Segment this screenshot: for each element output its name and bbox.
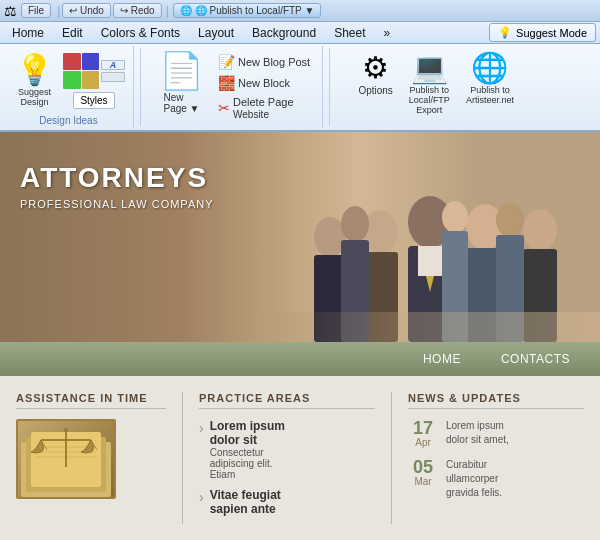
- app-icon: ⚖: [4, 3, 17, 19]
- news-day-1: 17: [408, 419, 438, 437]
- svg-point-27: [64, 428, 68, 432]
- news-col: NEWS & UPDATES 17 Apr Lorem ipsumdolor s…: [408, 392, 584, 524]
- nav-home[interactable]: HOME: [403, 344, 481, 374]
- publish-btn[interactable]: 🌐 🌐 Publish to Local/FTP ▼: [173, 3, 322, 18]
- options-label: Options: [358, 85, 392, 96]
- suggest-mode-label: Suggest Mode: [516, 27, 587, 39]
- menu-bar: Home Edit Colors & Fonts Layout Backgrou…: [0, 22, 600, 44]
- practice-item-2: › Vitae feugiatsapien ante: [199, 488, 375, 516]
- practice-item-2-title: Vitae feugiatsapien ante: [210, 488, 281, 516]
- publish-label: 🌐 Publish to Local/FTP ▼: [195, 5, 315, 16]
- menu-edit[interactable]: Edit: [54, 24, 91, 42]
- svg-rect-18: [260, 312, 600, 342]
- menu-home[interactable]: Home: [4, 24, 52, 42]
- practice-item-1-title: Lorem ipsumdolor sit: [210, 419, 285, 447]
- title-bar-sep: |: [57, 4, 60, 18]
- news-text-1: Lorem ipsumdolor sit amet,: [446, 419, 509, 448]
- publish-local-label: Publish toLocal/FTPExport: [409, 85, 450, 115]
- menu-layout[interactable]: Layout: [190, 24, 242, 42]
- options-icon: ⚙: [362, 50, 389, 85]
- suggest-mode-btn[interactable]: 💡 Suggest Mode: [489, 23, 596, 42]
- new-blog-post-label: New Blog Post: [238, 56, 310, 68]
- undo-btn[interactable]: ↩ Undo: [62, 3, 111, 18]
- site-header-text: ATTORNEYS PROFESSIONAL LAW COMPANY: [20, 162, 214, 210]
- publish-artisteer-label: Publish toArtisteer.net: [466, 85, 514, 105]
- practice-item-1: › Lorem ipsumdolor sit Consecteturadipis…: [199, 419, 375, 480]
- options-btn[interactable]: ⚙ Options: [354, 48, 396, 98]
- delete-page-label: Delete PageWebsite: [233, 96, 294, 120]
- site-title: ATTORNEYS: [20, 162, 214, 194]
- news-date-2: 05 Mar: [408, 458, 438, 500]
- new-block-btn[interactable]: 🧱 New Block: [214, 73, 314, 93]
- assistance-title: ASSISTANCE IN TIME: [16, 392, 166, 409]
- site-subtitle: PROFESSIONAL LAW COMPANY: [20, 198, 214, 210]
- svg-point-12: [341, 206, 369, 242]
- practice-item-1-body: Consecteturadipiscing elit.Etiam: [210, 447, 285, 480]
- news-month-1: Apr: [408, 437, 438, 448]
- blog-icon: 📝: [218, 54, 235, 70]
- practice-arrow-1: ›: [199, 420, 204, 436]
- assistance-image: [16, 419, 116, 499]
- title-bar: ⚖ File | ↩ Undo ↪ Redo | 🌐 🌐 Publish to …: [0, 0, 600, 22]
- website-preview: ATTORNEYS PROFESSIONAL LAW COMPANY: [0, 132, 600, 540]
- delete-icon: ✂: [218, 100, 230, 116]
- people-image: [260, 142, 600, 342]
- publish-icon: 🌐: [180, 5, 192, 16]
- practice-arrow-2: ›: [199, 489, 204, 505]
- divider-1: [182, 392, 183, 524]
- new-block-label: New Block: [238, 77, 290, 89]
- menu-more[interactable]: »: [376, 24, 399, 42]
- site-nav: HOME CONTACTS: [0, 342, 600, 376]
- svg-point-16: [442, 201, 468, 233]
- news-item-1: 17 Apr Lorem ipsumdolor sit amet,: [408, 419, 584, 448]
- divider-2: [391, 392, 392, 524]
- svg-rect-3: [418, 246, 442, 276]
- news-text-2: Curabiturullamcorpergravida felis.: [446, 458, 502, 500]
- news-month-2: Mar: [408, 476, 438, 487]
- site-content: ASSISTANCE IN TIME: [0, 376, 600, 540]
- lightbulb-large-icon: 💡: [16, 55, 53, 85]
- news-item-2: 05 Mar Curabiturullamcorpergravida felis…: [408, 458, 584, 500]
- assistance-col: ASSISTANCE IN TIME: [16, 392, 166, 524]
- new-page-icon: 📄: [159, 50, 204, 92]
- ribbon: 💡 SuggestDesign A S: [0, 44, 600, 132]
- menu-colors-fonts[interactable]: Colors & Fonts: [93, 24, 188, 42]
- publish-artisteer-icon: 🌐: [471, 50, 508, 85]
- practice-col: PRACTICE AREAS › Lorem ipsumdolor sit Co…: [199, 392, 375, 524]
- suggest-design-group: 💡 SuggestDesign A S: [4, 46, 134, 128]
- news-title: NEWS & UPDATES: [408, 392, 584, 409]
- new-page-label: NewPage ▼: [163, 92, 199, 114]
- practice-title: PRACTICE AREAS: [199, 392, 375, 409]
- publish-local-icon: 💻: [411, 50, 448, 85]
- block-icon: 🧱: [218, 75, 235, 91]
- news-date-1: 17 Apr: [408, 419, 438, 448]
- new-blog-post-btn[interactable]: 📝 New Blog Post: [214, 52, 314, 72]
- title-bar-sep2: |: [166, 4, 169, 18]
- publish-local-btn[interactable]: 💻 Publish toLocal/FTPExport: [405, 48, 454, 117]
- svg-point-10: [523, 209, 557, 251]
- news-day-2: 05: [408, 458, 438, 476]
- svg-point-14: [496, 203, 524, 237]
- styles-btn[interactable]: Styles: [73, 92, 114, 109]
- new-page-group: 📄 NewPage ▼ 📝 New Blog Post 🧱 New Block …: [147, 46, 323, 128]
- options-publish-group: ⚙ Options 💻 Publish toLocal/FTPExport 🌐 …: [336, 46, 536, 128]
- menu-sheet[interactable]: Sheet: [326, 24, 373, 42]
- new-page-btn[interactable]: 📄 NewPage ▼: [155, 48, 208, 116]
- menu-background[interactable]: Background: [244, 24, 324, 42]
- lightbulb-icon: 💡: [498, 26, 512, 39]
- redo-btn[interactable]: ↪ Redo: [113, 3, 162, 18]
- publish-artisteer-btn[interactable]: 🌐 Publish toArtisteer.net: [462, 48, 518, 107]
- site-header: ATTORNEYS PROFESSIONAL LAW COMPANY: [0, 132, 600, 342]
- design-ideas-label: Design Ideas: [39, 113, 97, 126]
- file-menu-btn[interactable]: File: [21, 3, 51, 18]
- suggest-design-btn[interactable]: 💡 SuggestDesign: [12, 53, 57, 109]
- delete-page-btn[interactable]: ✂ Delete PageWebsite: [214, 94, 314, 122]
- nav-contacts[interactable]: CONTACTS: [481, 344, 590, 374]
